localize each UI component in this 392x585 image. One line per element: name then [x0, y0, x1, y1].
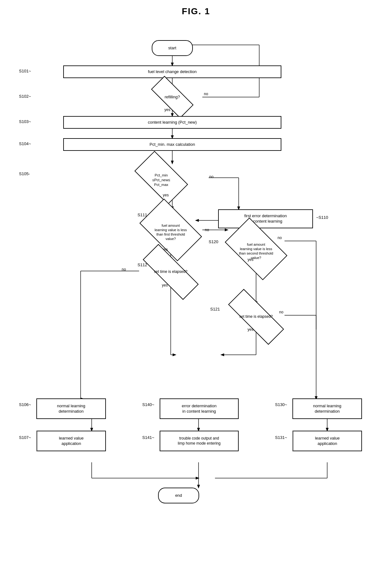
S130-text: normal learning determination	[313, 403, 341, 414]
S107-box: learned value application	[36, 431, 106, 451]
S101-text: fuel level change detection	[148, 69, 197, 75]
S105-text: Pct_min ≤Pct_new≤ Pct_max	[152, 173, 170, 187]
S106-text: normal learning determination	[57, 403, 85, 414]
S106-box: normal learning determination	[36, 398, 106, 419]
S105-diamond: Pct_min ≤Pct_new≤ Pct_max	[130, 162, 193, 194]
S102-diamond: refilling?	[142, 88, 202, 107]
S120-diamond: fuel amount learning value is less than …	[221, 228, 291, 269]
step-S140-label: S140~	[142, 402, 154, 407]
S141-text: trouble code output and limp home mode e…	[178, 436, 220, 446]
no-S112-label: no	[122, 267, 126, 272]
page-title: FIG. 1	[0, 0, 392, 20]
start-shape: start	[152, 40, 193, 56]
S102-text: refilling?	[165, 95, 180, 99]
S111-diamond: fuel amount learning value is less than …	[136, 209, 205, 250]
no-S121-label: no	[279, 310, 283, 314]
end-shape: end	[158, 488, 199, 503]
S120-text: fuel amount learning value is less than …	[239, 243, 273, 260]
step-S105-label: S105-	[19, 171, 30, 176]
end-label: end	[175, 493, 182, 498]
step-S103-label: S103~	[19, 119, 31, 124]
yes-S121-label: yes	[248, 327, 254, 332]
S121-diamond: set time is elapsed?	[221, 304, 291, 329]
S107-text: learned value application	[59, 436, 83, 446]
S130-box: normal learning determination	[292, 398, 362, 419]
yes-S105-label: yes	[163, 193, 169, 197]
S140-text: error determination in content learning	[182, 403, 217, 414]
no-refilling-label: no	[204, 92, 208, 96]
S110-box: first error determination in content lea…	[218, 209, 313, 228]
step-S141-label: S141~	[142, 435, 154, 440]
yes-refilling-label: yes	[164, 108, 170, 112]
yes-S112-label: yes	[162, 283, 168, 287]
S121-text: set time is elapsed?	[239, 314, 273, 319]
S112-diamond: set time is elapsed?	[136, 259, 205, 285]
step-S130-label: S130~	[275, 402, 287, 407]
S101-box: fuel level change detection	[63, 65, 281, 78]
step-S104-label: S104~	[19, 141, 31, 146]
S104-box: Pct_min. max calculation	[63, 138, 281, 151]
step-S131-label: S131~	[275, 435, 287, 440]
step-S107-label: S107~	[19, 435, 31, 440]
S140-box: error determination in content learning	[160, 398, 239, 419]
step-S120-label: S120	[209, 239, 218, 244]
S104-text: Pct_min. max calculation	[150, 142, 195, 147]
step-S102-label: S102~	[19, 94, 31, 99]
S111-text: fuel amount learning value is less than …	[155, 224, 187, 241]
step-S101-label: S101~	[19, 69, 31, 73]
S141-box: trouble code output and limp home mode e…	[160, 431, 239, 451]
S103-box: content learning (Pct_new)	[63, 116, 281, 129]
step-S106-label: S106~	[19, 402, 31, 407]
step-S110-label: ~S110	[316, 215, 328, 220]
S103-text: content learning (Pct_new)	[148, 120, 197, 125]
S112-text: set time is elapsed?	[154, 269, 187, 274]
S131-box: learned value application	[292, 431, 362, 451]
S131-text: learned value application	[315, 436, 340, 446]
start-label: start	[168, 46, 176, 51]
step-S121-label: S121	[210, 307, 220, 311]
no-S111-label: no	[205, 228, 209, 232]
no-S105-label: no	[209, 175, 213, 179]
no-S120-label: no	[278, 236, 282, 240]
